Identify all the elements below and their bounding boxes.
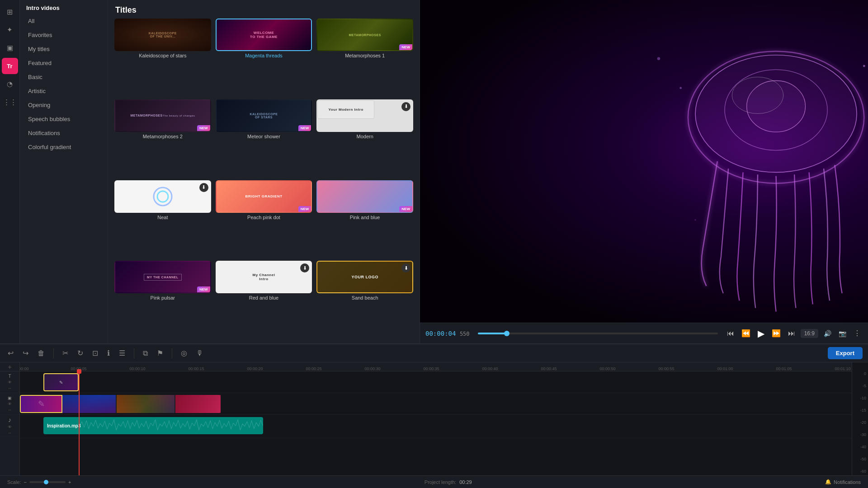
audio-clip[interactable]: Inspiration.mp3 (43, 417, 263, 434)
scale-decrease-icon[interactable]: − (24, 479, 27, 485)
step-forward-button[interactable]: ⏩ (770, 327, 783, 339)
redo2-button[interactable]: ↻ (75, 347, 85, 359)
scale-increase-icon[interactable]: + (68, 479, 71, 485)
title-card-metamorphoses2[interactable]: METAMORPHOSESThe beauty of changes NEW M… (114, 99, 211, 176)
skip-to-start-button[interactable]: ⏮ (725, 328, 736, 339)
audio-track-lock[interactable]: ↔ (8, 431, 12, 435)
redo-button[interactable]: ↪ (20, 347, 31, 359)
title-card-pink-blue[interactable]: NEW Pink and blue (316, 180, 413, 257)
flag-button[interactable]: ⚑ (155, 347, 165, 359)
video-clips-container: ✎ (20, 395, 246, 413)
tr-icon-btn[interactable]: Tr (2, 58, 18, 74)
modules-icon-btn[interactable]: ⋮⋮ (2, 94, 18, 110)
timeline-toolbar: ↩ ↪ 🗑 ✂ ↻ ⊡ ℹ ☰ ⧉ ⚑ ◎ 🎙 Export (0, 344, 868, 362)
title-card-metamorphoses1[interactable]: METAMORPHOSES NEW Metamorphoses 1 (316, 19, 413, 95)
overlay-button[interactable]: ⧉ (141, 348, 150, 359)
cat-artistic[interactable]: Artistic (22, 84, 106, 98)
video-clip-4[interactable] (175, 395, 221, 413)
title-track-lock[interactable]: ↔ (8, 386, 12, 390)
title-name-meteor: Meteor shower (247, 134, 280, 139)
title-card-pink-pulsar[interactable]: MY THE CHANNEL NEW Pink pulsar (114, 261, 211, 337)
more-options-button[interactable]: ⋮ (852, 327, 863, 339)
preview-panel: ? (420, 0, 868, 343)
title-track-label: T 👁 ↔ (0, 371, 19, 393)
cat-colorful-gradient[interactable]: Colorful gradient (22, 141, 106, 154)
crop-button[interactable]: ⊡ (90, 347, 100, 359)
info-button[interactable]: ℹ (105, 347, 112, 359)
cat-featured[interactable]: Featured (22, 56, 106, 70)
title-thumb-pink-pulsar: MY THE CHANNEL NEW (114, 261, 211, 293)
title-name-magenta: Magenta threads (245, 53, 283, 58)
timeline-content: 00:00:00 00:00:05 00:00:10 00:00:15 00:0… (20, 362, 852, 475)
scale-slider[interactable] (29, 481, 66, 483)
video-clip-3[interactable] (117, 395, 175, 413)
title-card-peach[interactable]: BRIGHT GRADIENT NEW Peach pink dot (216, 180, 312, 257)
export-button[interactable]: Export (828, 347, 863, 359)
title-track-row: ✎ (20, 371, 852, 393)
play-button[interactable]: ▶ (756, 326, 766, 341)
step-back-button[interactable]: ⏪ (740, 327, 752, 339)
cat-basic[interactable]: Basic (22, 70, 106, 84)
preview-svg (420, 0, 868, 323)
title-name-metamorphoses2: Metamorphoses 2 (143, 134, 183, 139)
playhead[interactable] (79, 371, 80, 475)
cut-button[interactable]: ✂ (60, 347, 71, 359)
video-track-label: ▣ 👁 ↔ (0, 393, 19, 415)
preview-controls: 00:00:04 550 ⏮ ⏪ ▶ ⏩ ⏭ 16:9 🔊 📷 ⋮ (420, 323, 868, 343)
cat-favorites[interactable]: Favorites (22, 28, 106, 42)
title-thumb-kaleidoscope: KALEIDOSCOPEOF THE UNIV... (114, 19, 211, 51)
titles-panel: Titles KALEIDOSCOPEOF THE UNIV... Kaleid… (108, 0, 420, 343)
video-track-lock[interactable]: ↔ (8, 408, 12, 412)
category-panel: Intro videos All Favorites My titles Fea… (20, 0, 108, 343)
icon-sidebar: ⊞ ✦ ▣ Tr ◔ ⋮⋮ (0, 0, 20, 343)
preview-video (420, 0, 868, 323)
video-track-eye[interactable]: 👁 (8, 402, 12, 406)
video-clip-2[interactable] (62, 395, 117, 413)
toolbar-separator-3 (172, 348, 172, 358)
sparkle-icon-btn[interactable]: ✦ (2, 22, 18, 38)
svg-point-1 (157, 191, 168, 202)
volume-icon[interactable]: 🔊 (822, 328, 833, 339)
audio-track-eye[interactable]: 👁 (8, 425, 12, 429)
title-thumb-sand: YOUR LOGO ⬇ (316, 261, 413, 293)
title-track-eye[interactable]: 👁 (8, 380, 12, 385)
title-card-red-blue[interactable]: My ChannelIntro ⬇ Red and blue (216, 261, 312, 337)
aspect-ratio-button[interactable]: 16:9 (801, 329, 818, 338)
media-icon-btn[interactable]: ▣ (2, 40, 18, 56)
target-button[interactable]: ◎ (179, 347, 189, 359)
preview-seekbar[interactable] (478, 333, 718, 334)
title-card-neat[interactable]: ⬇ Neat (114, 180, 211, 257)
title-card-magenta[interactable]: WELCOMETO THE GAME Magenta threads (216, 19, 312, 95)
grid-icon-btn[interactable]: ⊞ (2, 4, 18, 20)
undo-button[interactable]: ↩ (5, 347, 16, 359)
video-clip-1[interactable]: ✎ (20, 395, 62, 413)
clock-icon-btn[interactable]: ◔ (2, 76, 18, 92)
title-name-peach: Peach pink dot (247, 215, 280, 220)
cat-my-titles[interactable]: My titles (22, 42, 106, 56)
title-card-meteor[interactable]: KALEIDOSCOPEOF STARS NEW Meteor shower (216, 99, 312, 176)
title-name-modern: Modern (357, 134, 373, 139)
delete-button[interactable]: 🗑 (35, 348, 47, 359)
title-thumb-peach: BRIGHT GRADIENT NEW (216, 180, 312, 213)
add-track-button[interactable]: + (8, 363, 11, 371)
cat-speech-bubbles[interactable]: Speech bubbles (22, 113, 106, 126)
adjust-button[interactable]: ☰ (117, 347, 127, 359)
timeline-ruler: 00:00:00 00:00:05 00:00:10 00:00:15 00:0… (20, 362, 852, 371)
video-track-icon: ▣ (8, 396, 12, 400)
title-thumb-neat: ⬇ (114, 180, 211, 213)
title-card-sand[interactable]: YOUR LOGO ⬇ Sand beach (316, 261, 413, 337)
ruler-mark-65: 00:01:05 (776, 366, 792, 371)
mic-button[interactable]: 🎙 (194, 348, 206, 359)
timeline-main: + T 👁 ↔ ▣ 👁 ↔ ♪ 👁 ↔ (0, 362, 868, 475)
title-clip[interactable]: ✎ (43, 373, 79, 391)
notifications-button[interactable]: 🔔 Notifications (825, 479, 861, 485)
clip-1-icon: ✎ (38, 399, 45, 409)
cat-opening[interactable]: Opening (22, 99, 106, 112)
skip-to-end-button[interactable]: ⏭ (786, 328, 797, 339)
title-card-modern[interactable]: Your Modern Intro ⬇ Modern (316, 99, 413, 176)
screenshot-button[interactable]: 📷 (837, 328, 848, 339)
cat-notifications[interactable]: Notifications (22, 127, 106, 140)
title-card-kaleidoscope[interactable]: KALEIDOSCOPEOF THE UNIV... Kaleidoscope … (114, 19, 211, 95)
track-labels: + T 👁 ↔ ▣ 👁 ↔ ♪ 👁 ↔ (0, 362, 20, 475)
cat-all[interactable]: All (22, 14, 106, 28)
